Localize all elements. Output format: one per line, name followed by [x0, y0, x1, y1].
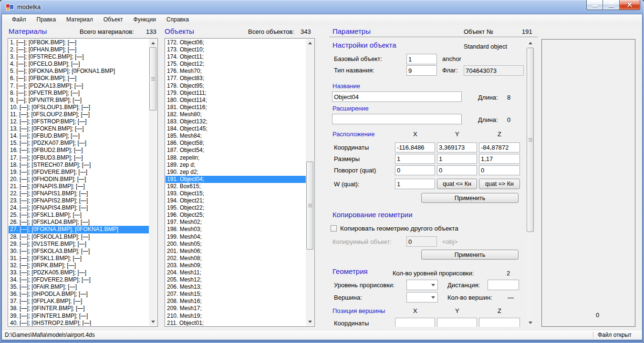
material-list-item[interactable]: 32. [—]; [0RPK.BMP]; [—]	[9, 262, 149, 269]
object-list-item[interactable]: 176. Mesh70;	[166, 68, 306, 75]
object-list-item[interactable]: 210. Mesh19;	[166, 313, 306, 320]
title-bar[interactable]: modelka	[0, 0, 644, 14]
scroll-down-button[interactable]	[526, 319, 534, 327]
material-list-item[interactable]: 20. [—]; [0FHODIN.BMP]; [—]	[9, 176, 149, 183]
material-list-item[interactable]: 27. [—]; [0FOKNA.BMP]; [0FOKNA1.BMP]	[9, 226, 149, 233]
object-list-item[interactable]: 182. Mesh80;	[166, 111, 306, 118]
material-list-item[interactable]: 6. [—]; [0FBOK.BMP]; [—]	[9, 75, 149, 82]
material-list-item[interactable]: 29. [—]; [0V1STRE.BMP]; [—]	[9, 241, 149, 248]
menu-edit[interactable]: Правка	[31, 14, 62, 25]
scroll-thumb[interactable]	[527, 48, 534, 232]
object-list-item[interactable]: 205. Mesh12;	[166, 276, 306, 283]
object-list-item[interactable]: 190. zep d2;	[166, 169, 306, 176]
apply-copy-button[interactable]: Применить	[421, 250, 519, 260]
minimize-button[interactable]	[586, 0, 603, 10]
material-list-item[interactable]: 18. [—]; [STRECH07.BMP]; [—]	[9, 161, 149, 169]
menu-file[interactable]: Файл	[7, 14, 31, 25]
size-y-input[interactable]	[437, 154, 477, 164]
vertex-coord-x-input[interactable]	[395, 318, 435, 327]
object-list-item[interactable]: 191. Object04;	[166, 176, 306, 183]
material-list-item[interactable]: 8. [—]; [0FVETR.BMP]; [—]	[9, 90, 149, 97]
object-list-item[interactable]: 203. Mesh09;	[166, 262, 306, 269]
object-list-item[interactable]: 206. Mesh13;	[166, 283, 306, 291]
scroll-down-button[interactable]	[149, 318, 157, 326]
material-list-item[interactable]: 7. [—]; [PDZKA13.BMP]; [—]	[9, 82, 149, 90]
material-list-item[interactable]: 12. [—]; [0FSTROP.BMP]; [—]	[9, 118, 149, 125]
materials-scrollbar[interactable]	[149, 39, 157, 326]
scroll-up-button[interactable]	[306, 39, 314, 47]
vertex-coord-y-input[interactable]	[437, 318, 477, 327]
object-list-item[interactable]: 195. Object22;	[166, 204, 306, 212]
lod-select[interactable]	[406, 280, 438, 290]
size-z-input[interactable]	[479, 154, 520, 164]
material-list-item[interactable]: 17. [—]; [0FBUD3.BMP]; [—]	[9, 154, 149, 161]
object-list-item[interactable]: 201. Mesh06;	[166, 248, 306, 255]
object-list-item[interactable]: 173. Object10;	[166, 46, 306, 53]
material-list-item[interactable]: 25. [—]; [0FSKL1.BMP]; [—]	[9, 212, 149, 219]
name-type-input[interactable]	[406, 65, 437, 76]
object-list-item[interactable]: 198. Mesh03;	[166, 226, 306, 233]
base-object-input[interactable]	[406, 54, 437, 64]
material-list-item[interactable]: 34. [—]; [0FDVERE2.BMP]; [—]	[9, 276, 149, 283]
material-list-item[interactable]: 5. [—]; [0FOKNA.BMP]; [0FOKNA1.BMP]	[9, 68, 149, 75]
name-input[interactable]	[332, 91, 462, 102]
object-list-item[interactable]: 199. Mesh04;	[166, 233, 306, 241]
object-list-item[interactable]: 178. Object95;	[166, 82, 306, 90]
object-list-item[interactable]: 202. Mesh08;	[166, 255, 306, 262]
material-list-item[interactable]: 19. [—]; [0FDVERE.BMP]; [—]	[9, 169, 149, 176]
object-list-item[interactable]: 208. Mesh16;	[166, 298, 306, 305]
scroll-thumb[interactable]	[149, 47, 156, 111]
copy-geometry-checkbox[interactable]	[331, 225, 337, 232]
object-list-item[interactable]: 172. Object06;	[166, 39, 306, 46]
vertex-coord-z-input[interactable]	[479, 318, 520, 327]
object-list-item[interactable]: 185. Mesh84;	[166, 132, 306, 140]
material-list-item[interactable]: 15. [—]; [PDZKA07.BMP]; [—]	[9, 140, 149, 147]
object-list-item[interactable]: 188. zepelin;	[166, 154, 306, 161]
size-x-input[interactable]	[395, 154, 435, 164]
params-scrollbar[interactable]	[526, 39, 534, 327]
material-list-item[interactable]: 3. [—]; [0FSTREC.BMP]; [—]	[9, 53, 149, 61]
object-list-item[interactable]: 179. Object111;	[166, 90, 306, 97]
menu-material[interactable]: Материал	[61, 14, 98, 25]
material-list-item[interactable]: 26. [—]; [0FSKLAD4.BMP]; [—]	[9, 219, 149, 226]
material-list-item[interactable]: 13. [—]; [0FOKEN.BMP]; [—]	[9, 125, 149, 132]
objects-list[interactable]: 172. Object06;173. Object10;174. Object1…	[165, 38, 315, 327]
material-list-item[interactable]: 38. [—]; [0FINTER.BMP]; [—]	[9, 305, 149, 312]
scroll-down-button[interactable]	[306, 318, 314, 326]
coord-y-input[interactable]	[437, 142, 477, 152]
object-list-item[interactable]: 177. Object83;	[166, 75, 306, 82]
object-list-item[interactable]: 175. Object12;	[166, 61, 306, 68]
object-list-item[interactable]: 187. Object54;	[166, 147, 306, 154]
object-list-item[interactable]: 196. Object25;	[166, 212, 306, 219]
material-list-item[interactable]: 16. [—]; [0FBUD2.BMP]; [—]	[9, 147, 149, 154]
object-list-item[interactable]: 184. Object145;	[166, 125, 306, 132]
object-list-item[interactable]: 180. Object114;	[166, 97, 306, 104]
material-list-item[interactable]: 23. [—]; [0FNAPIS2.BMP]; [—]	[9, 197, 149, 204]
apply-location-button[interactable]: Применить	[421, 193, 519, 203]
material-list-item[interactable]: 1. [—]; [0FBOK.BMP]; [—]	[9, 39, 149, 46]
scroll-up-button[interactable]	[149, 39, 157, 47]
material-list-item[interactable]: 40. [—]; [0HSTROP2.BMP]; [—]	[9, 320, 149, 326]
object-list-item[interactable]: 186. Object58;	[166, 140, 306, 147]
object-list-item[interactable]: 209. Mesh17;	[166, 305, 306, 312]
object-list-item[interactable]: 197. Mesh02;	[166, 219, 306, 226]
object-list-item[interactable]: 200. Mesh05;	[166, 241, 306, 248]
scroll-up-button[interactable]	[526, 39, 534, 47]
material-list-item[interactable]: 24. [—]; [0FNAPIS4.BMP]; [—]	[9, 204, 149, 212]
rot-x-input[interactable]	[395, 165, 435, 175]
material-list-item[interactable]: 37. [—]; [0FPLAK.BMP]; [—]	[9, 298, 149, 305]
object-list-item[interactable]: 204. Mesh11;	[166, 269, 306, 276]
material-list-item[interactable]: 30. [—]; [0FSKOLA3.BMP]; [—]	[9, 248, 149, 255]
material-list-item[interactable]: 28. [—]; [0FSKOLA1.BMP]; [—]	[9, 233, 149, 241]
material-list-item[interactable]: 2. [—]; [0FHAN.BMP]; [—]	[9, 46, 149, 53]
rot-y-input[interactable]	[437, 165, 477, 175]
objects-scrollbar[interactable]	[306, 39, 314, 326]
object-list-item[interactable]: 189. zep d;	[166, 161, 306, 169]
material-list-item[interactable]: 39. [—]; [0FINTER1.BMP]; [—]	[9, 313, 149, 320]
object-list-item[interactable]: 192. Box615;	[166, 183, 306, 190]
object-list-item[interactable]: 194. Object21;	[166, 197, 306, 204]
coord-x-input[interactable]	[395, 142, 435, 152]
object-list-item[interactable]: 207. Mesh15;	[166, 291, 306, 298]
menu-functions[interactable]: Функции	[128, 14, 161, 25]
material-list-item[interactable]: 4. [—]; [0FCELO.BMP]; [—]	[9, 61, 149, 68]
